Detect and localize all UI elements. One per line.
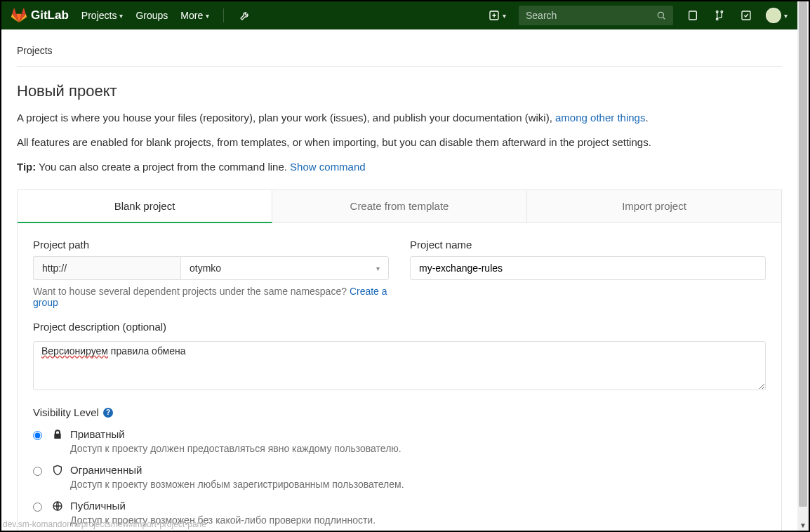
todos-icon[interactable] xyxy=(739,8,753,22)
visibility-private-radio[interactable] xyxy=(33,431,42,440)
issues-icon[interactable] xyxy=(686,8,700,22)
top-navbar: GitLab Projects▾ Groups More▾ ▾ xyxy=(1,1,797,29)
project-name-input[interactable] xyxy=(410,256,766,280)
new-dropdown[interactable]: ▾ xyxy=(489,10,506,21)
show-command-link[interactable]: Show command xyxy=(290,161,366,173)
chevron-down-icon: ▾ xyxy=(784,12,788,20)
namespace-select[interactable]: otymko ▾ xyxy=(180,256,389,280)
new-project-form: Project path http:// otymko ▾ Want to ho… xyxy=(17,223,782,531)
nav-separator xyxy=(223,8,224,22)
tanuki-icon xyxy=(11,8,27,23)
nav-projects[interactable]: Projects▾ xyxy=(81,10,124,21)
search-icon xyxy=(656,11,666,20)
project-name-label: Project name xyxy=(410,239,766,251)
visibility-public-radio[interactable] xyxy=(33,503,42,512)
visibility-private[interactable]: Приватный Доступ к проекту должен предос… xyxy=(33,428,766,454)
search-box[interactable] xyxy=(519,6,673,25)
status-bar-url: dev.sm-komandor.ru/projects/new#import-p… xyxy=(3,519,206,529)
gitlab-logo[interactable]: GitLab xyxy=(11,8,69,23)
svg-point-5 xyxy=(721,11,723,13)
plus-icon xyxy=(489,10,500,21)
visibility-internal-radio[interactable] xyxy=(33,467,42,476)
svg-point-1 xyxy=(658,12,663,18)
tab-import-project[interactable]: Import project xyxy=(527,190,781,223)
svg-rect-6 xyxy=(742,11,750,20)
breadcrumb[interactable]: Projects xyxy=(17,45,782,56)
chevron-down-icon: ▾ xyxy=(206,12,209,20)
project-path-label: Project path xyxy=(33,239,389,251)
brand-text: GitLab xyxy=(31,8,69,22)
merge-requests-icon[interactable] xyxy=(712,8,726,22)
among-other-things-link[interactable]: among other things xyxy=(555,112,645,124)
path-prefix: http:// xyxy=(33,256,180,280)
shield-icon xyxy=(52,465,63,478)
description-label: Project description (optional) xyxy=(33,321,766,333)
page-title: Новый проект xyxy=(17,82,782,100)
chevron-down-icon: ▾ xyxy=(119,12,123,20)
project-type-tabs: Blank project Create from template Impor… xyxy=(17,189,782,223)
visibility-internal[interactable]: Ограниченный Доступ к проекту возможен л… xyxy=(33,464,766,490)
nav-more[interactable]: More▾ xyxy=(180,10,209,21)
tab-blank-project[interactable]: Blank project xyxy=(18,190,272,223)
description-textarea[interactable] xyxy=(33,341,766,390)
wrench-icon[interactable] xyxy=(238,8,252,22)
globe-icon xyxy=(52,500,63,514)
divider xyxy=(17,66,782,67)
vertical-scrollbar[interactable]: ▲ ▼ xyxy=(797,1,809,531)
namespace-hint: Want to house several dependent projects… xyxy=(33,286,389,308)
chevron-down-icon: ▾ xyxy=(376,265,380,272)
tab-create-from-template[interactable]: Create from template xyxy=(272,190,527,223)
intro-block: A project is where you house your files … xyxy=(17,110,782,174)
user-menu[interactable]: ▾ xyxy=(766,8,788,23)
svg-rect-2 xyxy=(689,11,697,20)
search-input[interactable] xyxy=(526,10,656,21)
scroll-down-icon[interactable]: ▼ xyxy=(797,519,809,531)
avatar xyxy=(766,8,781,23)
lock-icon xyxy=(52,429,63,442)
help-icon[interactable]: ? xyxy=(103,408,113,418)
scrollbar-thumb[interactable] xyxy=(799,1,807,507)
visibility-label: Visibility Level ? xyxy=(33,406,766,418)
nav-groups[interactable]: Groups xyxy=(135,10,168,21)
chevron-down-icon: ▾ xyxy=(503,12,506,20)
svg-point-3 xyxy=(716,11,718,13)
